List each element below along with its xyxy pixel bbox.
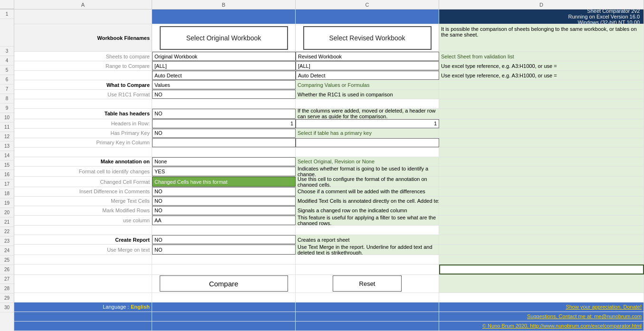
- cell-4a: Range to Compare: [14, 61, 152, 70]
- cell-13b: [152, 148, 296, 157]
- cell-1c: [296, 9, 439, 24]
- row-26: Compare Reset: [14, 275, 644, 293]
- cell-22c-report-d: Creates a report sheet: [296, 235, 439, 244]
- cell-20b-usecol[interactable]: AA: [152, 216, 296, 226]
- row-22: Create Report NO Creates a report sheet: [14, 235, 644, 245]
- row-8: [14, 99, 644, 109]
- select-revised-button[interactable]: Select Revised Workbook: [303, 26, 432, 50]
- row-numbers: 1 3 4 5 6 7 8 9 10 11 12 13 14 15 16 17 …: [0, 9, 14, 331]
- cell-10b-hrow[interactable]: 1: [152, 119, 296, 128]
- cell-28d-donate[interactable]: Show your appreciation. Donate!: [439, 303, 644, 312]
- cell-29c: [296, 312, 439, 321]
- cell-13a: [14, 148, 152, 157]
- cell-15c-format-d: Indicates whether format is going to be …: [296, 167, 439, 177]
- cell-25d-input[interactable]: [439, 265, 644, 274]
- cell-3c-revised-wb[interactable]: Revised Workbook: [296, 52, 439, 61]
- cell-17b-diff[interactable]: NO: [152, 187, 296, 196]
- grid-content: Sheet Comparator 2v2 Running on Excel Ve…: [14, 9, 644, 331]
- cell-26d: [439, 275, 644, 293]
- cell-7d: [439, 90, 644, 99]
- row-9: Table has headers NO If the columns were…: [14, 109, 644, 119]
- cell-1b: [152, 9, 296, 24]
- cell-8b: [152, 99, 296, 108]
- row-17: Insert Difference in Comments NO Choose …: [14, 187, 644, 197]
- cell-16d: [439, 177, 644, 187]
- cell-26c-reset[interactable]: Reset: [296, 275, 439, 293]
- row-1: Sheet Comparator 2v2 Running on Excel Ve…: [14, 9, 644, 24]
- cell-12c-pk-col[interactable]: [296, 138, 439, 147]
- cell-10c-hrow[interactable]: 1: [296, 119, 439, 128]
- cell-29d-contact[interactable]: Suggestions, Contact me at: me@nunobrum.…: [439, 312, 644, 321]
- cell-21c: [296, 226, 439, 235]
- col-header-d: D: [439, 0, 644, 9]
- cell-30a: [14, 322, 152, 331]
- cell-24a: [14, 255, 152, 264]
- cell-wb-d: It is possible the comparison of sheets …: [439, 24, 644, 51]
- cell-23b-merge[interactable]: NO: [152, 245, 296, 255]
- row-24: [14, 255, 644, 265]
- row-num-17: 17: [0, 180, 14, 189]
- cell-select-revised[interactable]: Select Revised Workbook: [296, 24, 439, 51]
- cell-20d: [439, 216, 644, 226]
- cell-15b-format[interactable]: YES: [152, 167, 296, 177]
- cell-12b-pk-col[interactable]: [152, 138, 296, 147]
- row-7: Use R1C1 Format NO Whether the R1C1 is u…: [14, 90, 644, 99]
- cell-5b-range-orig[interactable]: Auto Detect: [152, 71, 296, 80]
- row-num-19: 19: [0, 199, 14, 208]
- row-19: Mark Modified Rows NO Signals a changed …: [14, 206, 644, 216]
- cell-22b-report[interactable]: NO: [152, 235, 296, 244]
- cell-30c: [296, 322, 439, 331]
- row-num-10: 10: [0, 113, 14, 123]
- cell-select-original[interactable]: Select Original Workbook: [152, 24, 296, 51]
- cell-4c-sheets-rev[interactable]: [ALL]: [296, 61, 439, 70]
- cell-26b-compare[interactable]: Compare: [152, 275, 296, 293]
- cell-16c-changed-d: Use this cell to configure the format of…: [296, 177, 439, 187]
- select-original-button[interactable]: Select Original Workbook: [160, 26, 288, 50]
- cell-18c-merge-d: Modified Text Cells is annotated directl…: [296, 197, 439, 206]
- row-num-13: 13: [0, 142, 14, 151]
- cell-24b: [152, 255, 296, 264]
- cell-17a: Insert Difference in Comments: [14, 187, 152, 196]
- cell-11a: Has Primary Key: [14, 129, 152, 138]
- cell-10d: [439, 119, 644, 128]
- row-num-2: [0, 19, 14, 47]
- cell-11b-pk[interactable]: NO: [152, 129, 296, 138]
- compare-button[interactable]: Compare: [160, 275, 288, 292]
- cell-19b-mark[interactable]: NO: [152, 206, 296, 215]
- row-num-8: 8: [0, 94, 14, 104]
- cell-4b-sheets-orig[interactable]: [ALL]: [152, 61, 296, 70]
- cell-3d: Select Sheet from validation list: [439, 52, 644, 61]
- cell-14b-annot[interactable]: None: [152, 157, 296, 166]
- row-num-3: 3: [0, 47, 14, 56]
- corner-cell: [0, 0, 14, 9]
- cell-5c-range-rev[interactable]: Auto Detect: [296, 71, 439, 80]
- cell-1d-title: Sheet Comparator 2v2 Running on Excel Ve…: [439, 9, 644, 24]
- reset-button[interactable]: Reset: [333, 275, 402, 292]
- row-num-29: 29: [0, 293, 14, 303]
- cell-23c-merge-d: Use Text Merge in the report. Underline …: [296, 245, 439, 255]
- row-num-12: 12: [0, 132, 14, 142]
- row-30-footer: © Nuno Brum 2020, http://www.nunobrum.co…: [14, 322, 644, 331]
- row-num-15: 15: [0, 161, 14, 170]
- row-num-16: 16: [0, 170, 14, 180]
- row-6: What to Compare Values Comparing Values …: [14, 80, 644, 90]
- row-num-26: 26: [0, 265, 14, 274]
- cell-16b-changed-format[interactable]: Changed Cells have this format: [152, 177, 296, 187]
- row-5: Auto Detect Auto Detect Use excel type r…: [14, 71, 644, 80]
- row-num-24: 24: [0, 246, 14, 255]
- cell-30d-copyright: © Nuno Brum 2020, http://www.nunobrum.co…: [439, 322, 644, 331]
- cell-1a: [14, 9, 152, 24]
- cell-6b-what[interactable]: Values: [152, 80, 296, 89]
- cell-9b-headers[interactable]: NO: [152, 109, 296, 119]
- cell-27c: [296, 293, 439, 302]
- cell-29b: [152, 312, 296, 321]
- cell-3b-original-wb[interactable]: Original Workbook: [152, 52, 296, 61]
- row-num-18: 18: [0, 189, 14, 199]
- cell-7b-r1c1[interactable]: NO: [152, 90, 296, 99]
- row-num-25: 25: [0, 255, 14, 265]
- row-14: Make annotation on None Select Original,…: [14, 157, 644, 167]
- row-num-14: 14: [0, 151, 14, 161]
- app-title: Sheet Comparator 2v2: [587, 9, 640, 14]
- cell-17c-diff-d: Choose if a comment will be added with t…: [296, 187, 439, 196]
- cell-18b-merge[interactable]: NO: [152, 197, 296, 206]
